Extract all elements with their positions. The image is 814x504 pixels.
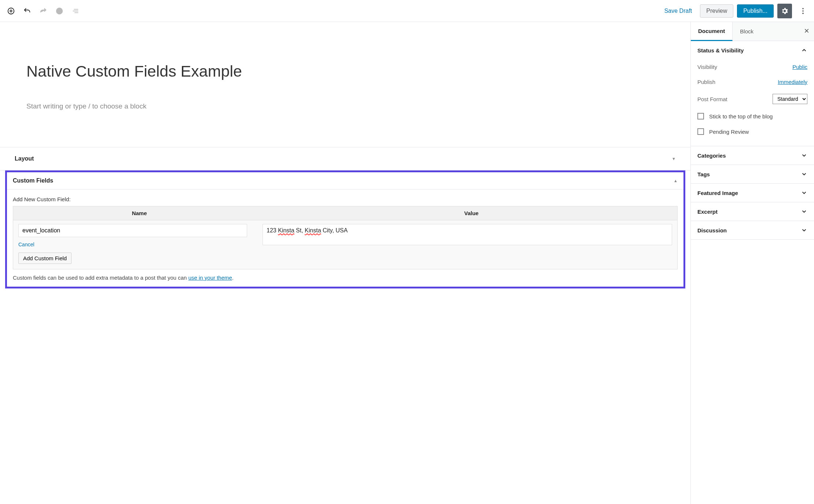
close-icon xyxy=(804,28,810,34)
save-draft-button[interactable]: Save Draft xyxy=(660,5,697,17)
triangle-down-icon: ▼ xyxy=(672,157,676,161)
custom-fields-header[interactable]: Custom Fields ▲ xyxy=(7,172,683,190)
undo-icon xyxy=(23,7,31,15)
chevron-down-icon xyxy=(801,190,807,196)
layout-header[interactable]: Layout ▼ xyxy=(7,151,683,166)
chevron-down-icon xyxy=(801,208,807,215)
custom-fields-body: Add New Custom Field: Name Value Cancel xyxy=(7,190,683,287)
post-body[interactable]: Start writing or type / to choose a bloc… xyxy=(26,102,664,110)
custom-fields-metabox: Custom Fields ▲ Add New Custom Field: Na… xyxy=(7,172,683,287)
custom-fields-table: Name Value Cancel 123 Kinsta St, Kinsta … xyxy=(13,206,678,269)
info-icon xyxy=(55,7,63,15)
more-button[interactable] xyxy=(796,4,810,18)
cf-th-name: Name xyxy=(13,206,265,220)
stick-row[interactable]: Stick to the top of the blog xyxy=(697,108,807,124)
layout-title: Layout xyxy=(15,155,34,162)
status-body: Visibility Public Publish Immediately Po… xyxy=(691,59,814,146)
svg-point-9 xyxy=(802,8,804,9)
pending-row[interactable]: Pending Review xyxy=(697,124,807,139)
chevron-down-icon xyxy=(801,171,807,177)
publish-row: Publish Immediately xyxy=(697,74,807,89)
svg-point-5 xyxy=(59,9,60,10)
discussion-panel: Discussion xyxy=(691,221,814,240)
redo-button[interactable] xyxy=(36,4,51,18)
dots-vertical-icon xyxy=(799,7,807,15)
top-toolbar: Save Draft Preview Publish... xyxy=(0,0,814,22)
layout-metabox: Layout ▼ xyxy=(0,147,690,170)
publish-label: Publish xyxy=(697,79,715,85)
editor-content: Native Custom Fields Example Start writi… xyxy=(0,22,690,125)
discussion-header[interactable]: Discussion xyxy=(691,221,814,239)
outline-button[interactable] xyxy=(68,4,83,18)
cf-help-text: Custom fields can be used to add extra m… xyxy=(13,269,678,283)
toolbar-left xyxy=(4,4,83,18)
list-icon xyxy=(72,7,80,15)
gear-icon xyxy=(781,7,789,15)
cf-add-button[interactable]: Add Custom Field xyxy=(18,253,72,264)
redo-icon xyxy=(39,7,47,15)
cf-th-value: Value xyxy=(265,206,677,220)
cf-name-column: Cancel xyxy=(18,224,247,247)
visibility-label: Visibility xyxy=(697,64,717,70)
sidebar-close-button[interactable] xyxy=(804,27,810,36)
settings-sidebar: Document Block Status & Visibility Visib… xyxy=(690,22,814,504)
settings-button[interactable] xyxy=(777,4,792,18)
editor-column: Native Custom Fields Example Start writi… xyxy=(0,22,690,504)
status-visibility-header[interactable]: Status & Visibility xyxy=(691,41,814,59)
stick-checkbox[interactable] xyxy=(697,113,704,119)
svg-point-10 xyxy=(802,10,804,12)
cf-value-textarea[interactable]: 123 Kinsta St, Kinsta City, USA xyxy=(263,224,672,245)
add-block-button[interactable] xyxy=(4,4,18,18)
custom-fields-title: Custom Fields xyxy=(13,177,53,184)
post-format-select[interactable]: Standard xyxy=(773,94,807,104)
categories-panel: Categories xyxy=(691,146,814,165)
visibility-row: Visibility Public xyxy=(697,59,807,74)
excerpt-header[interactable]: Excerpt xyxy=(691,202,814,221)
add-new-label: Add New Custom Field: xyxy=(13,196,678,202)
pending-label: Pending Review xyxy=(709,129,749,135)
post-format-row: Post Format Standard xyxy=(697,89,807,108)
publish-button[interactable]: Publish... xyxy=(737,4,774,18)
toolbar-right: Save Draft Preview Publish... xyxy=(660,4,810,18)
cf-input-row: Cancel 123 Kinsta St, Kinsta City, USA xyxy=(13,220,677,253)
plus-circle-icon xyxy=(7,7,15,15)
cf-name-input[interactable] xyxy=(18,224,247,237)
tab-document[interactable]: Document xyxy=(691,22,733,41)
status-visibility-panel: Status & Visibility Visibility Public Pu… xyxy=(691,41,814,146)
custom-fields-highlight: Custom Fields ▲ Add New Custom Field: Na… xyxy=(5,170,685,288)
cf-cancel-button[interactable]: Cancel xyxy=(18,242,34,247)
featured-image-header[interactable]: Featured Image xyxy=(691,184,814,202)
svg-point-11 xyxy=(802,12,804,14)
tags-header[interactable]: Tags xyxy=(691,165,814,183)
pending-checkbox[interactable] xyxy=(697,128,704,135)
cf-add-row: Add Custom Field xyxy=(13,253,677,269)
publish-value[interactable]: Immediately xyxy=(778,79,807,85)
excerpt-panel: Excerpt xyxy=(691,202,814,221)
info-button[interactable] xyxy=(52,4,67,18)
chevron-up-icon xyxy=(801,47,807,54)
cf-header-row: Name Value xyxy=(13,206,677,220)
triangle-up-icon: ▲ xyxy=(674,179,678,183)
chevron-down-icon xyxy=(801,227,807,233)
cf-help-link[interactable]: use in your theme xyxy=(188,275,232,281)
tab-block[interactable]: Block xyxy=(733,22,761,40)
stick-label: Stick to the top of the blog xyxy=(709,113,773,119)
metabox-area: Layout ▼ Custom Fields ▲ Add New Custom … xyxy=(0,147,690,288)
cf-value-column: 123 Kinsta St, Kinsta City, USA xyxy=(263,224,672,245)
main-area: Native Custom Fields Example Start writi… xyxy=(0,22,814,504)
post-title[interactable]: Native Custom Fields Example xyxy=(26,62,664,80)
sidebar-tabs: Document Block xyxy=(691,22,814,41)
preview-button[interactable]: Preview xyxy=(700,4,733,18)
undo-button[interactable] xyxy=(20,4,34,18)
tags-panel: Tags xyxy=(691,165,814,184)
chevron-down-icon xyxy=(801,152,807,159)
post-format-label: Post Format xyxy=(697,96,727,102)
featured-image-panel: Featured Image xyxy=(691,184,814,202)
categories-header[interactable]: Categories xyxy=(691,146,814,165)
visibility-value[interactable]: Public xyxy=(792,64,807,70)
